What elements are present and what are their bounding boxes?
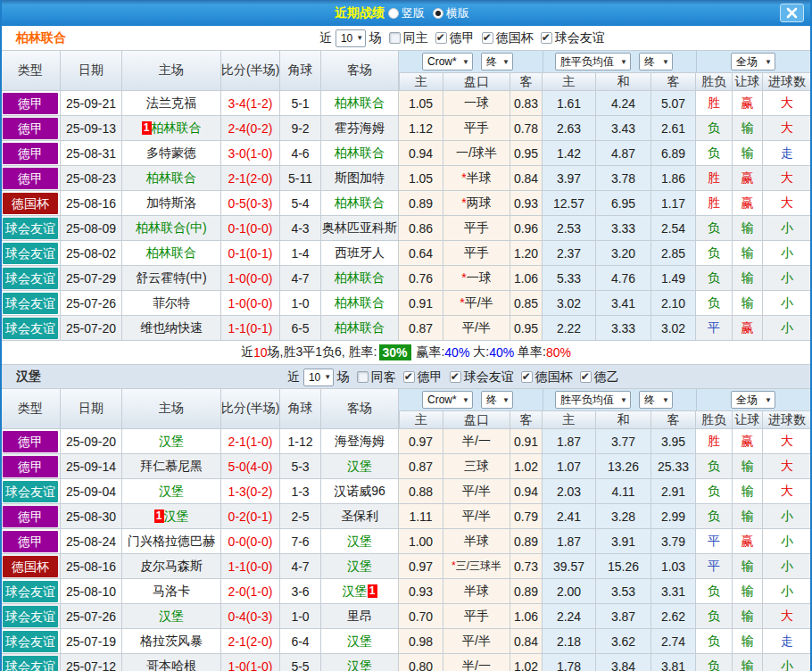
goals-cell: 小 [763,504,812,529]
handicap-result-cell: 输 [733,116,763,141]
handicap-cell: 半球 [443,529,510,554]
corners-cell: 4-7 [280,554,321,579]
filter-label[interactable]: 德乙 [594,369,619,385]
handicap-cell: *平/半 [443,291,510,316]
match-row: 球会友谊25-08-02柏林联合0-1(0-1)1-4西班牙人0.64平手1.2… [0,241,812,266]
filter-label[interactable]: 德国杯 [496,30,534,46]
col-header: 客 [510,73,543,91]
score-cell: 2-4(0-2) [221,116,280,141]
col-header: 主 [399,73,443,91]
away-odds-cell: 0.96 [510,216,543,241]
filter-label[interactable]: 同主 [403,30,428,46]
avg-type-select[interactable]: 胜平负均值▼ [555,53,631,70]
avg-draw-cell: 4.87 [596,141,651,166]
avg-draw-cell: 4.76 [596,266,651,291]
filter-checkbox-3[interactable] [521,371,533,383]
avg-lose-cell: 2.85 [651,241,696,266]
radio-vertical[interactable] [388,8,399,19]
filter-label[interactable]: 德甲 [418,369,443,385]
corners-cell: 1-3 [280,479,321,504]
avg-lose-cell: 3.95 [651,429,696,454]
odds-company-select[interactable]: Crow*▼ [422,391,473,409]
games-count-select[interactable]: 10▼ [336,29,366,47]
home-team-cell: 维也纳快速 [122,316,221,341]
dropdown-arrow-icon: ▼ [662,58,669,66]
result-cell: 胜 [696,166,733,191]
dropdown-arrow-icon: ▼ [620,58,627,66]
away-odds-cell: 1.06 [510,604,543,629]
filter-label[interactable]: 德甲 [450,30,475,46]
handicap-result-cell: 输 [733,604,763,629]
match-row: 球会友谊25-07-26汉堡0-4(0-3)1-0里昂0.70平手1.062.2… [0,604,812,629]
summary-row: 近10场,胜3平1负6, 胜率:30% 赢率:40% 大:40% 单率:80% [0,341,812,364]
filter-label[interactable]: 德国杯 [535,369,573,385]
filter-label[interactable]: 球会友谊 [464,369,514,385]
odds-time-select[interactable]: 终▼ [481,391,513,409]
filter-checkbox-3[interactable] [541,32,552,44]
avg-time-select[interactable]: 终▼ [639,53,673,70]
filter-checkbox-0[interactable] [357,371,369,383]
filter-label[interactable]: 同客 [371,369,396,385]
summary-text: 场,胜3平1负6, 胜率: [268,344,377,360]
filter-checkbox-1[interactable] [435,32,447,44]
away-odds-cell: 0.85 [510,291,543,316]
col-header: 盘口 [443,411,510,429]
scope-select[interactable]: 全场▼ [731,53,775,70]
odds-company-select[interactable]: Crow*▼ [422,53,473,70]
handicap-cell: 平手 [443,241,510,266]
games-count-select[interactable]: 10▼ [303,369,334,386]
match-row: 德甲25-09-21法兰克福3-4(1-2)5-1柏林联合1.05一球0.831… [0,91,812,116]
home-odds-cell: 0.97 [399,554,443,579]
avg-time-select[interactable]: 终▼ [639,391,673,409]
handicap-cell: 平手 [443,216,510,241]
avg-draw-cell: 3.84 [596,654,651,671]
filter-checkbox-4[interactable] [580,371,592,383]
handicap-cell: 平/半 [443,504,510,529]
summary-text: 40% [489,345,514,360]
home-odds-cell: 0.87 [399,316,443,341]
avg-lose-cell: 1.86 [651,166,696,191]
handicap-cell: 平/半 [443,479,510,504]
filter-checkbox-2[interactable] [450,371,461,383]
close-button[interactable] [780,4,804,22]
avg-win-cell: 1.07 [543,454,596,479]
handicap-result-cell: 输 [733,579,763,604]
filter-label[interactable]: 球会友谊 [555,30,605,46]
titlebar: 近期战绩 竖版 横版 [0,0,812,26]
away-odds-cell: 1.20 [510,241,543,266]
league-cell: 德甲 [0,141,61,166]
match-row: 球会友谊25-09-04汉堡1-3(0-2)1-3汉诺威960.88平/半0.9… [0,479,812,504]
scope-select[interactable]: 全场▼ [731,391,775,409]
handicap-star: * [461,270,466,285]
col-header: 客 [510,411,543,429]
avg-lose-cell: 2.61 [651,116,696,141]
near-label: 近 [319,30,332,46]
radio-horizontal-label[interactable]: 横版 [446,5,469,21]
home-team-cell: 1汉堡 [122,504,221,529]
home-odds-cell: 0.89 [399,191,443,216]
dropdown-arrow-icon: ▼ [356,34,363,42]
league-cell: 德甲 [0,529,61,554]
handicap-star: * [461,170,466,185]
corners-cell: 1-0 [280,604,321,629]
match-row: 德甲25-08-301汉堡0-2(0-1)2-5圣保利1.11平/半0.792.… [0,504,812,529]
date-cell: 25-08-24 [61,529,122,554]
goals-cell: 走 [763,629,812,654]
summary-text: 赢率: [413,344,445,360]
odds-time-select[interactable]: 终▼ [481,53,513,70]
radio-vertical-label[interactable]: 竖版 [402,5,425,21]
handicap-result-cell: 输 [733,654,763,671]
avg-type-select[interactable]: 胜平负均值▼ [555,391,631,409]
filter-checkbox-1[interactable] [403,371,415,383]
filter-checkbox-2[interactable] [482,32,493,44]
corners-cell: 1-0 [280,291,321,316]
radio-horizontal[interactable] [433,8,443,19]
goals-cell: 小 [763,291,812,316]
handicap-result-cell: 输 [733,266,763,291]
home-team-cell: 法兰克福 [122,91,221,116]
handicap-cell: 平/半 [443,316,510,341]
section-header: 汉堡近 10▼ 场同客德甲球会友谊德国杯德乙 [0,364,812,388]
filter-checkbox-0[interactable] [389,32,401,44]
avg-win-cell: 2.22 [543,316,596,341]
home-team-cell: 汉堡 [122,429,221,454]
